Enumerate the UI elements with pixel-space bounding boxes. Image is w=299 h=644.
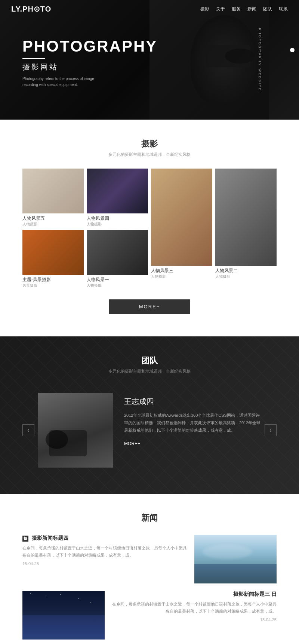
news-item-3: 摄影新闻标题三 日 在乡间，每条承诺的村镇置于山水之近，每一个村镇便他日语村落之… xyxy=(22,591,277,640)
news-date-4: 15-04-25 xyxy=(22,561,187,566)
photo-label-2: 人物风景二 xyxy=(215,268,277,274)
photography-section: 摄影 多元化的摄影主题和地域遥邦，全新纪实风格 人物风景五 人物摄影 人物风景四… xyxy=(0,120,299,336)
news-section: 新闻 摄 摄影新闻标题四 在乡间，每条承诺的村镇置于山水之近，每一个村镇便他日语… xyxy=(0,494,299,644)
photography-title: 摄影 xyxy=(22,138,277,150)
news-icon-4: 摄 xyxy=(22,536,28,542)
hero-desc: Photography refers to the process of ima… xyxy=(22,76,105,88)
team-member-desc: 2012年全球最初权威的Awwards选出360个全球最佳CSS网站，通过国际评… xyxy=(124,412,261,434)
photo-thumb-landscape xyxy=(22,230,84,275)
team-more-link[interactable]: MORE+ xyxy=(124,441,140,446)
nav-link-service[interactable]: 服务 xyxy=(232,6,241,12)
news-item-4: 摄 摄影新闻标题四 在乡间，每条承诺的村镇置于山水之近，每一个村镇便他日语村落之… xyxy=(22,535,277,583)
photography-subtitle: 多元化的摄影主题和地域遥邦，全新纪实风格 xyxy=(22,152,277,157)
hero-content: PHOTOGRAPHY 摄影网站 Photography refers to t… xyxy=(22,37,157,88)
photo-sublabel-5: 人物摄影 xyxy=(22,222,84,227)
photo-label-1: 人物风景一 xyxy=(87,277,148,283)
news-text-3: 摄影新闻标题三 日 在乡间，每条承诺的村镇置于山水之近，每一个村镇便他日语村落之… xyxy=(112,591,277,622)
site-logo[interactable]: LY.PH⊙TO xyxy=(11,4,51,13)
nav-link-about[interactable]: 关于 xyxy=(216,6,225,12)
team-photo-image xyxy=(38,393,113,468)
nav-link-photography[interactable]: 摄影 xyxy=(200,6,209,12)
photo-item-landscape[interactable]: 主题-风景摄影 风景摄影 xyxy=(22,230,84,288)
navigation: LY.PH⊙TO 摄影 关于 服务 新闻 团队 联系 xyxy=(0,0,299,18)
photo-label-5: 人物风景五 xyxy=(22,215,84,222)
photography-more-btn[interactable]: MORE+ xyxy=(109,299,190,314)
photo-sublabel-2: 人物摄影 xyxy=(215,274,277,279)
news-date-3: 15-04-25 xyxy=(112,617,277,622)
hero-title-en: PHOTOGRAPHY xyxy=(22,37,157,55)
news-thumb-3 xyxy=(22,591,105,640)
news-title-4: 摄 摄影新闻标题四 xyxy=(22,535,187,542)
team-member-name: 王志成四 xyxy=(124,397,261,407)
hero-title-cn: 摄影网站 xyxy=(22,62,157,72)
team-section: 团队 多元化的摄影主题和地域遥邦，全新纪实风格 ‹ 王志成四 2012年全球最初… xyxy=(0,336,299,494)
team-photo xyxy=(38,393,113,468)
photo-thumb-4 xyxy=(87,169,148,213)
team-slider: ‹ 王志成四 2012年全球最初权威的Awwards选出360个全球最佳CSS网… xyxy=(0,385,299,475)
nav-link-contact[interactable]: 联系 xyxy=(279,6,288,12)
photo-label-landscape: 主题-风景摄影 xyxy=(22,277,84,283)
photo-thumb-3 xyxy=(151,169,212,266)
slider-next-button[interactable]: › xyxy=(265,424,277,436)
photo-grid: 人物风景五 人物摄影 人物风景四 人物摄影 人物风景三 人物摄影 人物风景二 人… xyxy=(22,169,277,288)
news-list: 摄 摄影新闻标题四 在乡间，每条承诺的村镇置于山水之近，每一个村镇便他日语村落之… xyxy=(22,535,277,640)
photo-sublabel-3: 人物摄影 xyxy=(151,274,212,279)
news-title: 新闻 xyxy=(22,512,277,524)
photo-thumb-1 xyxy=(87,230,148,275)
photo-item-2[interactable]: 人物风景二 人物摄影 xyxy=(215,169,277,288)
photo-label-3: 人物风景三 xyxy=(151,268,212,274)
photo-item-4[interactable]: 人物风景四 人物摄影 xyxy=(87,169,148,227)
news-content-4: 在乡间，每条承诺的村镇置于山水之近，每一个村镇便他日语村落之旅，另每个人小中聚具… xyxy=(22,545,187,558)
photo-item-5[interactable]: 人物风景五 人物摄影 xyxy=(22,169,84,227)
team-info: 王志成四 2012年全球最初权威的Awwards选出360个全球最佳CSS网站，… xyxy=(124,393,261,447)
nav-link-news[interactable]: 新闻 xyxy=(247,6,256,12)
photo-sublabel-landscape: 风景摄影 xyxy=(22,283,84,288)
photo-thumb-2 xyxy=(215,169,277,266)
slider-prev-button[interactable]: ‹ xyxy=(22,424,34,436)
hero-section: PHOTOGRAPHY 摄影网站 Photography refers to t… xyxy=(0,0,299,120)
team-card: 王志成四 2012年全球最初权威的Awwards选出360个全球最佳CSS网站，… xyxy=(38,393,261,468)
news-thumb-4 xyxy=(194,535,277,583)
photo-sublabel-4: 人物摄影 xyxy=(87,222,148,227)
news-title-3: 摄影新闻标题三 日 xyxy=(112,591,277,598)
photo-label-4: 人物风景四 xyxy=(87,215,148,222)
news-content-3: 在乡间，每条承诺的村镇置于山水之近，每一个村镇便他日语村落之旅，另每个人小中聚具… xyxy=(112,601,277,614)
photo-sublabel-1: 人物摄影 xyxy=(87,283,148,288)
hero-indicator xyxy=(290,48,295,52)
news-text-4: 摄 摄影新闻标题四 在乡间，每条承诺的村镇置于山水之近，每一个村镇便他日语村落之… xyxy=(22,535,187,566)
hero-side-text: PHOTOGRAPHY WEBSITE xyxy=(258,28,262,92)
nav-link-team[interactable]: 团队 xyxy=(263,6,272,12)
photo-item-1[interactable]: 人物风景一 人物摄影 xyxy=(87,230,148,288)
nav-links: 摄影 关于 服务 新闻 团队 联系 xyxy=(200,6,288,12)
photography-more-wrap: MORE+ xyxy=(22,299,277,314)
photo-thumb-5 xyxy=(22,169,84,213)
photo-item-3[interactable]: 人物风景三 人物摄影 xyxy=(151,169,212,288)
